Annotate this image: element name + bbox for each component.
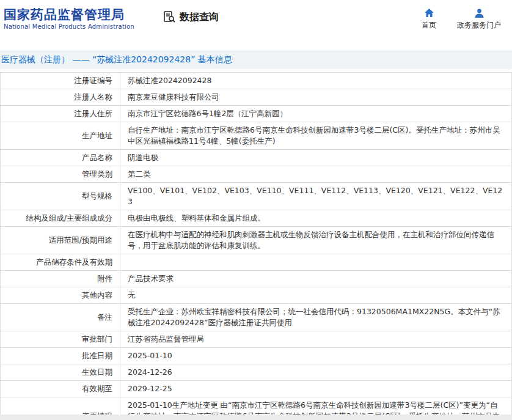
table-row: 有效期至2029-12-25: [1, 381, 512, 397]
row-value: 南京市江宁区乾德路6号1幢2层（江宁高新园）: [120, 106, 512, 122]
home-icon: [424, 8, 434, 18]
row-value: 2025-01-10: [120, 348, 512, 364]
document-search-icon: [163, 10, 176, 24]
row-label: 产品名称: [1, 150, 120, 166]
row-label: 附件: [1, 271, 120, 287]
table-row: 生产地址自行生产地址：南京市江宁区乾德路6号南京生命科技创新园加速带3号楼二层(…: [1, 122, 512, 150]
row-label: 注册人住所: [1, 106, 120, 122]
table-row: 注册人住所南京市江宁区乾德路6号1幢2层（江宁高新园）: [1, 106, 512, 122]
row-label: 注册证编号: [1, 73, 120, 89]
row-value: 电极由电极线、塑料基体和金属片组成。: [120, 210, 512, 227]
row-value: 苏械注准20242092428: [120, 73, 512, 89]
row-label: 适用范围/预期用途: [1, 227, 120, 254]
row-value: 2029-12-25: [120, 381, 512, 397]
row-value: 受托生产企业：苏州欧宝祥精密科技有限公司；统一社会信用代码：91320506MA…: [120, 304, 512, 331]
row-value: 第二类: [120, 166, 512, 183]
info-table: 注册证编号苏械注准20242092428注册人名称南京麦豆健康科技有限公司注册人…: [0, 72, 512, 420]
row-value: 自行生产地址：南京市江宁区乾德路6号南京生命科技创新园加速带3号楼二层(C区)。…: [120, 122, 512, 150]
row-value: 产品技术要求: [120, 271, 512, 287]
nav-home-label: 首页: [422, 20, 436, 31]
row-value: 2024-12-26: [120, 364, 512, 381]
row-value: VE100、VE101、VE102、VE103、VE110、VE111、VE11…: [120, 183, 512, 210]
row-label: 审批部门: [1, 331, 120, 348]
table-row: 注册人名称南京麦豆健康科技有限公司: [1, 89, 512, 106]
table-row: 批准日期2025-01-10: [1, 348, 512, 364]
row-label: 产品储存条件及有效期: [1, 254, 120, 271]
user-icon: [474, 8, 485, 18]
table-row: 产品名称阴道电极: [1, 150, 512, 166]
row-label: 有效期至: [1, 381, 120, 397]
page-title: 医疗器械（注册） —— “苏械注准20242092428” 基本信息: [1, 54, 232, 65]
nav-portal[interactable]: 政务服务门户: [457, 8, 501, 31]
top-nav: 首页 政务服务门户: [422, 8, 501, 31]
section-title-block: 数据查询: [163, 10, 219, 24]
table-row: 注册证编号苏械注准20242092428: [1, 73, 512, 89]
table-row: 附件产品技术要求: [1, 271, 512, 287]
nmpa-logo: 国家药品监督管理局 National Medical Products Admi…: [4, 7, 134, 31]
row-value: 无: [120, 287, 512, 304]
table-row: 其他内容无: [1, 287, 512, 304]
row-label: 注册人名称: [1, 89, 120, 106]
row-label: 结构及组成/主要组成成分: [1, 210, 120, 227]
row-label: 生效日期: [1, 364, 120, 381]
section-title: 数据查询: [180, 11, 219, 24]
table-row: 生效日期2024-12-26: [1, 364, 512, 381]
table-row: 备注受托生产企业：苏州欧宝祥精密科技有限公司；统一社会信用代码：91320506…: [1, 304, 512, 331]
page-title-bar: 医疗器械（注册） —— “苏械注准20242092428” 基本信息: [0, 51, 512, 68]
table-row: 适用范围/预期用途在医疗机构中与适配的神经和肌肉刺激器主机或生物反馈治疗设备主机…: [1, 227, 512, 254]
info-table-wrap: 注册证编号苏械注准20242092428注册人名称南京麦豆健康科技有限公司注册人…: [0, 72, 512, 420]
top-header: 国家药品监督管理局 National Medical Products Admi…: [0, 0, 512, 38]
row-value: 南京麦豆健康科技有限公司: [120, 89, 512, 106]
row-value: 阴道电极: [120, 150, 512, 166]
row-label: 管理类别: [1, 166, 120, 183]
footer-strip: [0, 414, 512, 420]
row-label: 型号规格: [1, 183, 120, 210]
row-label: 生产地址: [1, 122, 120, 150]
row-label: 备注: [1, 304, 120, 331]
table-row: 结构及组成/主要组成成分电极由电极线、塑料基体和金属片组成。: [1, 210, 512, 227]
table-row: 产品储存条件及有效期: [1, 254, 512, 271]
row-label: 批准日期: [1, 348, 120, 364]
nav-portal-label: 政务服务门户: [457, 20, 501, 31]
table-row: 管理类别第二类: [1, 166, 512, 183]
row-label: 其他内容: [1, 287, 120, 304]
row-value: 江苏省药品监督管理局: [120, 331, 512, 348]
logo-subtitle: National Medical Products Administration: [4, 23, 134, 31]
nav-home[interactable]: 首页: [422, 8, 436, 31]
row-value: [120, 254, 512, 271]
row-value: 在医疗机构中与适配的神经和肌肉刺激器主机或生物反馈治疗设备主机配合使用，在主机和…: [120, 227, 512, 254]
table-row: 审批部门江苏省药品监督管理局: [1, 331, 512, 348]
info-table-body: 注册证编号苏械注准20242092428注册人名称南京麦豆健康科技有限公司注册人…: [1, 73, 512, 420]
table-row: 型号规格VE100、VE101、VE102、VE103、VE110、VE111、…: [1, 183, 512, 210]
logo-title: 国家药品监督管理局: [4, 7, 134, 23]
